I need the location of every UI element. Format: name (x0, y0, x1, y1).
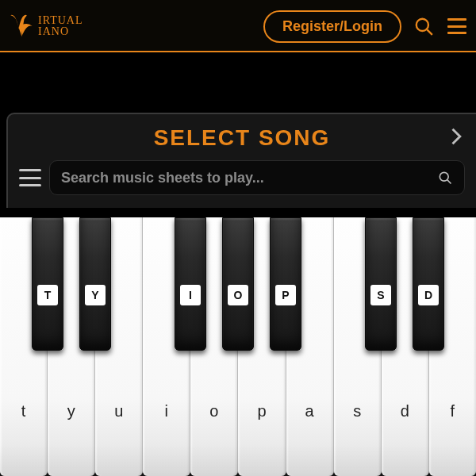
black-key[interactable]: S (365, 217, 397, 351)
white-key-label: t (0, 402, 47, 420)
white-key-label: p (238, 402, 285, 420)
search-input[interactable] (61, 170, 437, 186)
logo-text: IRTUAL IANO (38, 15, 83, 37)
white-key-label: o (190, 402, 237, 420)
logo[interactable]: IRTUAL IANO (8, 13, 83, 40)
white-key-label: a (286, 402, 333, 420)
black-key[interactable]: I (175, 217, 206, 351)
header: IRTUAL IANO Register/Login (0, 0, 476, 52)
black-key-label: Y (85, 285, 106, 305)
white-key-label: d (382, 402, 428, 420)
white-key-label: u (95, 402, 142, 420)
svg-point-0 (416, 19, 428, 31)
white-key-label: y (48, 402, 94, 420)
white-key-label: s (334, 402, 381, 420)
black-key[interactable]: Y (79, 217, 111, 351)
svg-line-1 (427, 29, 432, 35)
svg-line-3 (447, 180, 451, 184)
logo-icon (8, 13, 35, 40)
menu-icon[interactable] (446, 15, 468, 37)
search-icon[interactable] (437, 170, 453, 186)
song-panel: SELECT SONG (6, 113, 476, 208)
black-key-label: I (180, 285, 201, 305)
header-actions: Register/Login (263, 10, 468, 43)
black-key[interactable]: T (32, 217, 63, 351)
register-login-button[interactable]: Register/Login (263, 10, 401, 43)
black-key-label: D (418, 285, 439, 305)
search-icon[interactable] (413, 15, 435, 37)
black-key[interactable]: D (413, 217, 444, 351)
black-key[interactable]: O (222, 217, 254, 351)
black-key-label: T (37, 285, 58, 305)
white-key-label: f (429, 402, 476, 420)
svg-point-2 (440, 172, 448, 181)
black-key-label: P (275, 285, 296, 305)
panel-title: SELECT SONG (154, 125, 331, 151)
list-icon[interactable] (19, 169, 41, 186)
piano: tyuiopasdf TYIOPSD (0, 217, 476, 476)
panel-title-row: SELECT SONG (19, 121, 465, 155)
panel-search-row (19, 160, 465, 195)
white-key-label: i (143, 402, 190, 420)
black-key[interactable]: P (270, 217, 301, 351)
black-key-label: S (370, 285, 391, 305)
black-key-label: O (228, 285, 248, 305)
search-box (49, 160, 465, 195)
chevron-right-icon[interactable] (444, 125, 466, 148)
